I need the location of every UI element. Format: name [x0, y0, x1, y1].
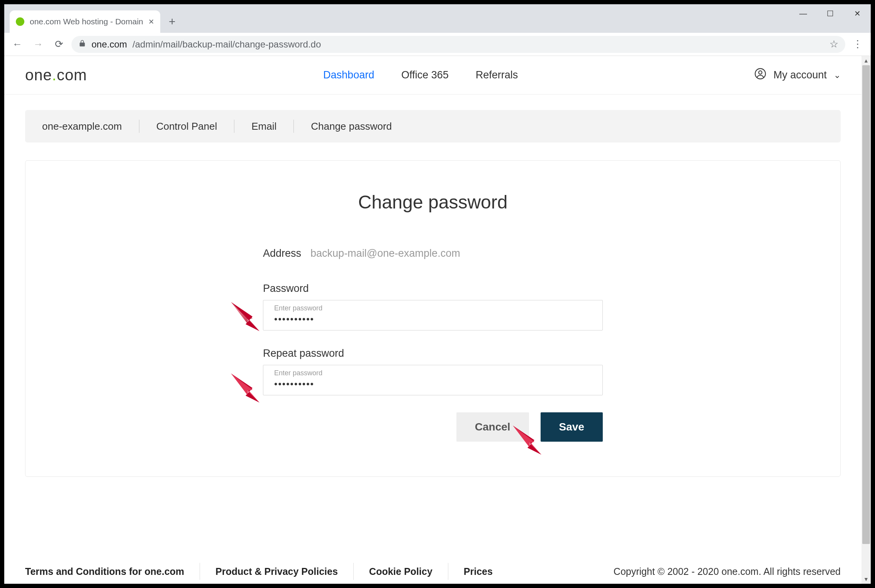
- url-host: one.com: [92, 39, 127, 50]
- favicon-icon: [16, 17, 24, 26]
- bookmark-star-icon[interactable]: ☆: [829, 38, 838, 50]
- close-window-button[interactable]: ✕: [844, 4, 871, 23]
- footer-sep: [353, 563, 354, 580]
- password-input-wrap[interactable]: Enter password: [263, 300, 603, 330]
- repeat-password-input-wrap[interactable]: Enter password: [263, 365, 603, 395]
- address-bar[interactable]: one.com/admin/mail/backup-mail/change-pa…: [71, 36, 845, 53]
- address-label: Address: [263, 247, 301, 259]
- breadcrumb-sep: [139, 120, 139, 133]
- nav-office365[interactable]: Office 365: [401, 69, 449, 81]
- browser-window: one.com Web hosting - Domain × + — ☐ ✕ ←…: [4, 4, 871, 584]
- password-input[interactable]: [274, 314, 592, 325]
- account-label: My account: [773, 69, 827, 81]
- svg-point-1: [759, 71, 762, 74]
- breadcrumb-current: Change password: [311, 120, 392, 132]
- scroll-down-icon[interactable]: ▼: [861, 574, 871, 584]
- chevron-down-icon: ⌄: [834, 70, 841, 80]
- back-button[interactable]: ←: [9, 36, 26, 53]
- breadcrumb-control-panel[interactable]: Control Panel: [156, 120, 217, 132]
- account-menu[interactable]: My account ⌄: [754, 68, 841, 83]
- site-header: one.com Dashboard Office 365 Referrals M…: [4, 56, 861, 95]
- site-footer: Terms and Conditions for one.com Product…: [25, 563, 841, 580]
- page-content: one.com Dashboard Office 365 Referrals M…: [4, 56, 861, 584]
- page-title: Change password: [25, 191, 840, 213]
- reload-button[interactable]: ⟳: [51, 36, 68, 53]
- footer-copyright: Copyright © 2002 - 2020 one.com. All rig…: [614, 566, 841, 577]
- repeat-password-input[interactable]: [274, 379, 592, 390]
- maximize-button[interactable]: ☐: [817, 4, 844, 23]
- footer-policies[interactable]: Product & Privacy Policies: [215, 566, 338, 577]
- browser-toolbar: ← → ⟳ one.com/admin/mail/backup-mail/cha…: [4, 33, 871, 56]
- browser-menu-button[interactable]: ⋮: [849, 38, 866, 50]
- footer-terms[interactable]: Terms and Conditions for one.com: [25, 566, 184, 577]
- address-value: backup-mail@one-example.com: [310, 247, 460, 259]
- new-tab-button[interactable]: +: [163, 13, 181, 31]
- save-button[interactable]: Save: [541, 412, 603, 442]
- cancel-button[interactable]: Cancel: [456, 412, 529, 442]
- breadcrumb: one-example.com Control Panel Email Chan…: [25, 110, 841, 142]
- close-tab-icon[interactable]: ×: [149, 16, 154, 27]
- titlebar: one.com Web hosting - Domain × + — ☐ ✕: [4, 4, 871, 33]
- breadcrumb-domain[interactable]: one-example.com: [42, 120, 122, 132]
- repeat-password-label: Repeat password: [263, 347, 603, 359]
- password-label: Password: [263, 283, 603, 295]
- change-password-card: Change password Address backup-mail@one-…: [25, 160, 841, 477]
- change-password-form: Address backup-mail@one-example.com Pass…: [263, 247, 603, 395]
- user-icon: [754, 68, 766, 83]
- footer-cookie[interactable]: Cookie Policy: [369, 566, 432, 577]
- tab-strip: one.com Web hosting - Domain × +: [10, 4, 181, 33]
- nav-dashboard[interactable]: Dashboard: [323, 69, 374, 81]
- url-path: /admin/mail/backup-mail/change-password.…: [132, 39, 321, 50]
- logo-text-post: com: [57, 66, 87, 83]
- address-row: Address backup-mail@one-example.com: [263, 247, 603, 259]
- logo-text-pre: one: [25, 66, 52, 83]
- footer-sep: [200, 563, 200, 580]
- breadcrumb-sep: [293, 120, 294, 133]
- password-float-label: Enter password: [274, 304, 592, 312]
- form-actions: Cancel Save: [263, 412, 603, 442]
- scroll-up-icon[interactable]: ▲: [861, 56, 871, 65]
- minimize-button[interactable]: —: [790, 4, 817, 23]
- tab-title: one.com Web hosting - Domain: [30, 17, 143, 26]
- browser-tab[interactable]: one.com Web hosting - Domain ×: [10, 10, 160, 33]
- nav-referrals[interactable]: Referrals: [476, 69, 518, 81]
- footer-sep: [448, 563, 448, 580]
- breadcrumb-email[interactable]: Email: [251, 120, 276, 132]
- breadcrumb-sep: [234, 120, 234, 133]
- lock-icon: [78, 39, 86, 49]
- main-nav: Dashboard Office 365 Referrals: [323, 69, 518, 81]
- site-logo[interactable]: one.com: [25, 66, 87, 84]
- logo-dot-icon: .: [52, 66, 57, 83]
- forward-button[interactable]: →: [30, 36, 47, 53]
- scrollbar-thumb[interactable]: [862, 65, 870, 544]
- scrollbar[interactable]: ▲ ▼: [861, 56, 871, 584]
- window-controls: — ☐ ✕: [790, 4, 871, 33]
- repeat-float-label: Enter password: [274, 369, 592, 377]
- footer-prices[interactable]: Prices: [464, 566, 493, 577]
- page-viewport: one.com Dashboard Office 365 Referrals M…: [4, 56, 871, 584]
